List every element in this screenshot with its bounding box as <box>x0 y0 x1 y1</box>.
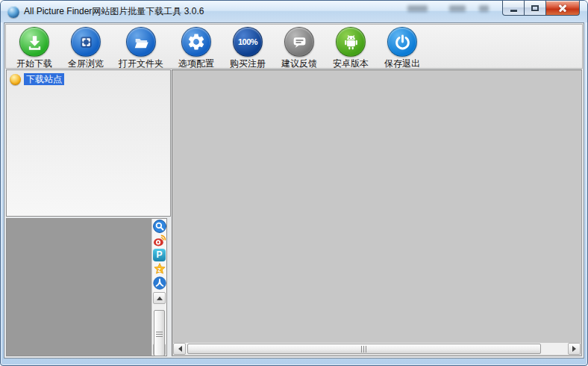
social-icon-strip: P z <box>151 219 166 356</box>
toolbar-button-start-download[interactable]: 开始下载 <box>10 27 58 70</box>
toolbar: 开始下载 全屏浏览 打开文件夹 <box>5 24 583 69</box>
android-icon <box>336 27 366 57</box>
toolbar-button-label: 全屏浏览 <box>68 58 104 70</box>
blurred-artifact <box>479 5 489 12</box>
download-icon <box>19 27 49 57</box>
tree-item-label: 下载站点 <box>24 73 64 85</box>
pengyou-icon-background: P <box>153 249 166 261</box>
site-tree-panel: 下载站点 <box>6 69 171 217</box>
preview-canvas <box>7 219 151 356</box>
qzone-icon-letter: z <box>157 266 161 273</box>
toolbar-button-options[interactable]: 选项配置 <box>172 27 220 70</box>
renren-icon[interactable] <box>153 276 166 290</box>
search-icon[interactable] <box>153 220 166 233</box>
pengyou-icon-letter: P <box>156 249 162 260</box>
pengyou-icon[interactable]: P <box>153 248 166 261</box>
vertical-scrollbar-thumb[interactable] <box>154 310 165 356</box>
toolbar-button-label: 选项配置 <box>178 58 214 70</box>
toolbar-button-open-folder[interactable]: 打开文件夹 <box>113 27 169 70</box>
horizontal-scrollbar[interactable] <box>173 343 581 355</box>
open-folder-icon <box>126 27 156 57</box>
close-button[interactable] <box>545 1 580 16</box>
fullscreen-icon <box>71 27 101 57</box>
client-area: 开始下载 全屏浏览 打开文件夹 <box>4 22 584 359</box>
browser-viewport <box>172 69 582 356</box>
maximize-icon <box>531 5 539 11</box>
power-icon <box>387 27 417 57</box>
toolbar-button-label: 安卓版本 <box>333 58 369 70</box>
close-icon <box>558 4 568 12</box>
weibo-icon[interactable] <box>153 234 166 247</box>
toolbar-button-label: 打开文件夹 <box>119 58 163 70</box>
toolbar-button-feedback[interactable]: 建议反馈 <box>275 27 323 70</box>
toolbar-button-save-exit[interactable]: 保存退出 <box>378 27 426 70</box>
window-title: All Picture Finder网站图片批量下载工具 3.0.6 <box>24 5 204 18</box>
minimize-button[interactable] <box>502 1 525 16</box>
app-window: All Picture Finder网站图片批量下载工具 3.0.6 <box>0 0 588 366</box>
scroll-right-button[interactable] <box>568 343 581 355</box>
vertical-scrollbar[interactable] <box>153 292 166 356</box>
maximize-button[interactable] <box>524 1 546 16</box>
tree-item-download-sites[interactable]: 下载站点 <box>10 73 170 85</box>
preview-panel: P z <box>6 218 167 356</box>
horizontal-scrollbar-track[interactable] <box>187 343 567 355</box>
toolbar-button-buy-register[interactable]: 100% 购买注册 <box>224 27 272 70</box>
minimize-icon <box>510 10 517 12</box>
blurred-artifact <box>407 5 428 12</box>
vertical-scrollbar-track[interactable] <box>153 304 166 344</box>
percent-badge-text: 100% <box>238 37 257 46</box>
blurred-artifact <box>449 5 466 12</box>
toolbar-button-label: 开始下载 <box>16 58 52 70</box>
toolbar-button-label: 购买注册 <box>230 58 266 70</box>
scroll-left-button[interactable] <box>173 343 186 355</box>
qzone-icon[interactable]: z <box>153 262 166 276</box>
feedback-bubble-icon <box>284 27 314 57</box>
toolbar-button-label: 建议反馈 <box>281 58 317 70</box>
toolbar-button-fullscreen-browse[interactable]: 全屏浏览 <box>62 27 110 70</box>
yellow-ball-icon <box>10 74 21 85</box>
titlebar: All Picture Finder网站图片批量下载工具 3.0.6 <box>1 1 587 22</box>
horizontal-scrollbar-thumb[interactable] <box>187 344 541 354</box>
toolbar-button-android-version[interactable]: 安卓版本 <box>327 27 375 70</box>
gear-icon <box>181 27 211 57</box>
toolbar-button-label: 保存退出 <box>384 58 420 70</box>
percent-badge-icon: 100% <box>233 27 263 57</box>
scroll-up-button[interactable] <box>153 292 166 304</box>
window-controls <box>503 1 580 16</box>
app-icon <box>7 6 19 18</box>
